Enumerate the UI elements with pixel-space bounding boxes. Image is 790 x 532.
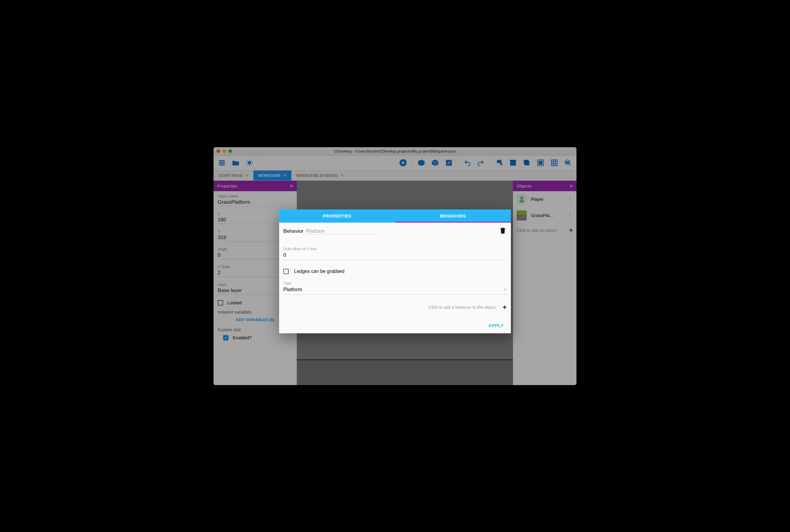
grab-offset-input[interactable]: 0 xyxy=(283,252,507,260)
app-window: GDevelop - /Users/florian/GDevelop proje… xyxy=(214,147,576,385)
plus-icon[interactable]: + xyxy=(502,303,507,311)
grab-offset-label: Grab offset on Y axis xyxy=(283,247,507,251)
add-behavior-label: Click to add a behavior to the object: xyxy=(429,305,497,310)
dialog-tabs: PROPERTIES BEHAVIORS xyxy=(279,209,511,223)
apply-button[interactable]: APPLY xyxy=(489,323,504,328)
behavior-label: Behavior xyxy=(283,228,304,234)
add-behavior-row[interactable]: Click to add a behavior to the object: + xyxy=(283,298,507,317)
dialog-tab-properties[interactable]: PROPERTIES xyxy=(279,209,395,223)
ledges-label: Ledges can be grabbed xyxy=(294,269,344,274)
ledges-checkbox[interactable] xyxy=(283,269,289,274)
modal-overlay: PROPERTIES BEHAVIORS Behavior Platform G… xyxy=(214,147,576,385)
trash-icon[interactable] xyxy=(499,227,507,236)
behavior-name-input[interactable]: Platform xyxy=(306,228,381,234)
dialog-tab-behaviors[interactable]: BEHAVIORS xyxy=(395,209,511,223)
type-select[interactable]: Platform ▼ xyxy=(283,287,507,295)
chevron-down-icon: ▼ xyxy=(503,288,507,291)
behavior-dialog: PROPERTIES BEHAVIORS Behavior Platform G… xyxy=(279,209,511,333)
type-label: Type xyxy=(283,281,507,285)
type-value: Platform xyxy=(283,287,302,292)
ledges-checkbox-row[interactable]: Ledges can be grabbed xyxy=(283,263,507,280)
